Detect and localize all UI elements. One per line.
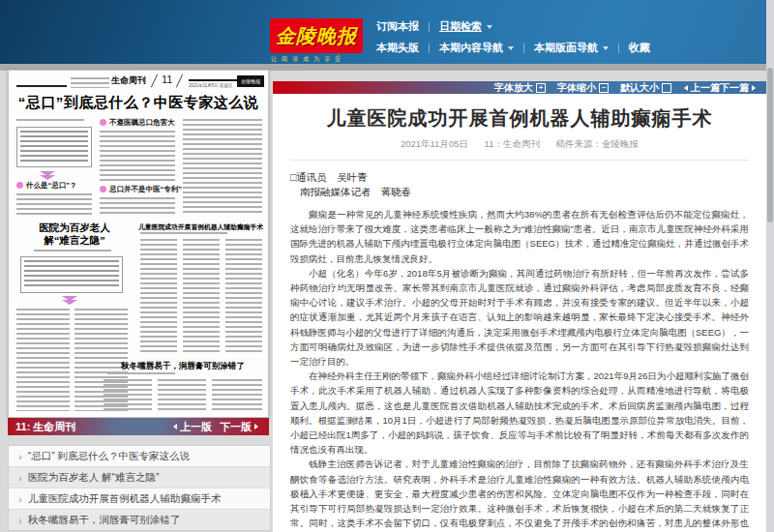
nav-content-nav-link[interactable]: 本期内容导航: [439, 41, 514, 55]
masthead-weekly-name: 生命周刊: [111, 74, 146, 87]
preview-section-2: 不遵医嘱忌口危害大: [100, 118, 175, 128]
preview-byline-lines: [16, 119, 84, 123]
preview-headline-story2-line2: 解“难言之隐”: [15, 234, 134, 248]
article-link[interactable]: ›“忌口” 到底忌什么？中医专家这么说: [9, 446, 270, 466]
preview-text-lines: [16, 309, 70, 411]
site-header: 金陵晚报 让阅读成为享受 订阅本报 日期检索 本期头版 本期内容导航 本期版面导…: [0, 0, 774, 64]
nav-divider: [523, 44, 524, 53]
pink-dot-icon: [100, 186, 106, 192]
nav-divider: [429, 44, 430, 53]
article-byline: □通讯员 吴叶青 南报融媒体记者 蒋晓春: [290, 170, 749, 199]
header-nav-row1: 订阅本报 日期检索: [376, 19, 492, 34]
preview-section-1: 什么是“忌口”？: [16, 181, 77, 191]
preview-text-lines: [140, 239, 177, 355]
preview-text-lines: [100, 131, 175, 181]
plus-box-icon: +: [536, 83, 546, 93]
nav-divider: [429, 22, 430, 32]
arrow-left-icon: [170, 424, 177, 429]
article-paragraph: 小超（化名）今年6岁，2018年5月被诊断为癫痫，其间通过药物治疗有所好转，但一…: [290, 266, 749, 369]
masthead-page-number: 11: [162, 74, 172, 85]
article-section: 11：生命周刊: [485, 138, 540, 149]
preview-section-3: 忌口并不是中医“专利”: [100, 185, 182, 194]
nav-divider: [618, 44, 619, 53]
font-shrink-button[interactable]: 字体缩小−: [557, 81, 609, 95]
preview-text-lines: [183, 119, 262, 216]
next-page-button[interactable]: 下一版: [220, 420, 261, 434]
chevron-right-icon: ›: [18, 493, 22, 505]
preview-text-lines: [225, 239, 262, 355]
nav-favorite-link[interactable]: 收藏: [629, 41, 650, 55]
preview-text-lines: [183, 239, 220, 355]
preview-headline-main: “忌口”到底忌什么？中医专家这么说: [11, 94, 266, 112]
next-article-button[interactable]: 下一篇: [720, 81, 759, 95]
newspaper-page-preview[interactable]: 生命周刊 11 2021年11月5日 星期五 金陵晚报 “忌口”到底忌什么？中医…: [8, 70, 269, 418]
preview-page-label: 11: 生命周刊: [15, 420, 75, 434]
article-date: 2021年11月05日: [401, 138, 468, 149]
site-logo[interactable]: 金陵晚报: [270, 18, 363, 53]
article-link[interactable]: ›医院为百岁老人 解“难言之隐”: [9, 466, 270, 488]
scrollbar-thumb[interactable]: [767, 68, 773, 222]
nav-page-nav-link[interactable]: 本期版面导航: [534, 41, 609, 55]
chevron-right-icon: ›: [18, 515, 22, 526]
preview-headline-story3: 儿童医院成功开展首例机器人辅助癫痫手术: [138, 222, 262, 232]
preview-text-lines: [212, 379, 262, 411]
preview-headline-story2-line1: 医院为百岁老人: [15, 222, 134, 235]
article-paragraph: 钱静主治医师告诉记者，对于儿童难治性癫痫的治疗，目前除了抗癫痫药物外，还有癫痫外…: [290, 457, 749, 532]
box-icon: [662, 83, 671, 93]
preview-intro-lines: [20, 131, 88, 163]
prev-page-button[interactable]: 上一版: [161, 420, 212, 434]
article-link[interactable]: ›儿童医院成功开展首例机器人辅助癫痫手术: [9, 488, 270, 509]
prev-article-button[interactable]: 上一篇: [671, 81, 720, 95]
preview-text-lines: [104, 379, 152, 411]
article-toolbar: 字体放大+ 字体缩小− 默认大小 上一篇 下一篇: [273, 81, 766, 94]
minus-box-icon: −: [599, 83, 609, 93]
arrow-right-icon: [752, 85, 759, 91]
masthead-slash: [151, 74, 158, 87]
chevron-right-icon: ›: [18, 472, 22, 484]
header-nav-row2: 本期头版 本期内容导航 本期版面导航 收藏: [376, 41, 650, 55]
masthead-badge: 金陵晚报: [237, 75, 264, 87]
article-content: 儿童医院成功开展首例机器人辅助癫痫手术 2021年11月05日 11：生命周刊 …: [273, 94, 766, 532]
chevron-right-icon: ›: [18, 451, 22, 462]
article-link[interactable]: ›秋冬嘴唇易干，润唇膏可别涂错了: [9, 509, 270, 530]
preview-text-lines: [158, 379, 206, 411]
article-paragraph: 癫痫是一种常见的儿童神经系统慢性疾病，然而大约38%的患者在所有无创检查评估后仍…: [290, 207, 749, 266]
masthead-date: 2021年11月5日 星期五: [189, 83, 232, 88]
preview-byline-lines: [107, 372, 175, 375]
nav-front-page-link[interactable]: 本期头版: [376, 41, 419, 55]
article-paragraph: 在神经外科主任王刚的带领下，癫痫外科小组经过详细讨论制订方案，2021年9月26…: [290, 369, 749, 457]
article-link-list: ›“忌口” 到底忌什么？中医专家这么说 ›医院为百岁老人 解“难言之隐” ›儿童…: [8, 445, 271, 531]
pink-dot-icon: [100, 119, 106, 126]
preview-page-bar: 11: 生命周刊 上一版 下一版: [8, 418, 269, 435]
nav-date-search-link[interactable]: 日期检索: [439, 19, 492, 34]
font-default-button[interactable]: 默认大小: [620, 81, 671, 95]
article-meta: 2021年11月05日 11：生命周刊 稿件来源：金陵晚报: [290, 138, 749, 151]
preview-text-lines: [100, 197, 175, 216]
article-byline-correspondent: □通讯员 吴叶青: [290, 170, 749, 185]
arrow-right-icon: [254, 424, 261, 429]
masthead-slash: [176, 74, 183, 87]
font-enlarge-button[interactable]: 字体放大+: [494, 81, 546, 95]
scrollbar[interactable]: [766, 0, 774, 532]
preview-intro-box: [16, 127, 92, 167]
arrow-left-icon: [681, 85, 688, 91]
chevron-down-icon: [508, 46, 514, 53]
nav-subscribe-link[interactable]: 订阅本报: [376, 19, 419, 34]
site-logo-text: 金陵晚报: [276, 23, 357, 49]
divider: [290, 160, 749, 161]
preview-byline-lines: [140, 232, 227, 235]
chevron-down-icon: [603, 46, 609, 53]
masthead-info-lines: [71, 77, 109, 88]
article-byline-reporter: 南报融媒体记者 蒋晓春: [300, 185, 749, 199]
preview-text-lines: [16, 193, 92, 216]
article-title: 儿童医院成功开展首例机器人辅助癫痫手术: [290, 105, 749, 132]
preview-headline-story4: 秋冬嘴唇易干，润唇膏可别涂错了: [104, 361, 262, 372]
pink-dot-icon: [16, 182, 23, 189]
preview-intro-lines: [24, 260, 119, 289]
chevron-down-icon: [487, 25, 492, 32]
masthead-rule: [16, 85, 67, 87]
article-source: 稿件来源：金陵晚报: [556, 138, 640, 149]
article-body: 癫痫是一种常见的儿童神经系统慢性疾病，然而大约38%的患者在所有无创检查评估后仍…: [290, 207, 749, 532]
site-tagline: 让阅读成为享受: [271, 55, 364, 64]
preview-intro-box: [20, 256, 123, 293]
